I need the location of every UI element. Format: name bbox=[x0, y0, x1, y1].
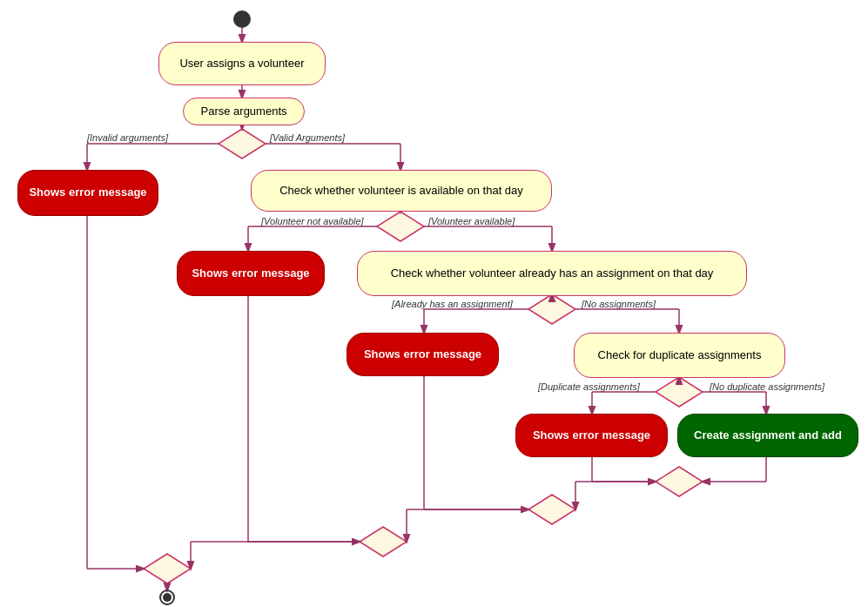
label-nodup: [No duplicate assignments] bbox=[709, 381, 825, 392]
check-dupday-node: Check whether volunteer already has an a… bbox=[357, 251, 747, 296]
error2-node: Shows error message bbox=[177, 251, 325, 296]
label-invalid: [Invalid arguments] bbox=[86, 132, 169, 143]
check-dupday-label: Check whether volunteer already has an a… bbox=[391, 266, 714, 281]
error2-label: Shows error message bbox=[192, 266, 309, 281]
diamond-parse bbox=[219, 129, 266, 158]
diamond-merge4 bbox=[144, 554, 191, 583]
error3-node: Shows error message bbox=[347, 333, 499, 376]
check-available-node: Check whether volunteer is available on … bbox=[251, 170, 552, 212]
check-available-label: Check whether volunteer is available on … bbox=[279, 184, 523, 199]
label-not-avail: [Volunteer not available] bbox=[260, 216, 365, 226]
label-noassign: [No assignments] bbox=[581, 299, 656, 309]
diamond-merge2 bbox=[528, 495, 575, 524]
parse-args-node: Parse arguments bbox=[183, 98, 305, 125]
user-assigns-label: User assigns a volunteer bbox=[179, 57, 304, 71]
error4-node: Shows error message bbox=[515, 414, 668, 457]
check-dupassign-label: Check for duplicate assignments bbox=[598, 348, 762, 363]
diamond-dupassign bbox=[656, 377, 703, 407]
error4-label: Shows error message bbox=[533, 428, 650, 443]
label-valid: [Valid Arguments] bbox=[269, 132, 346, 143]
create-assign-label: Create assignment and add bbox=[694, 428, 842, 443]
create-assign-node: Create assignment and add bbox=[677, 414, 858, 457]
parse-args-label: Parse arguments bbox=[201, 105, 287, 119]
error1-label: Shows error message bbox=[29, 185, 146, 200]
check-dupassign-node: Check for duplicate assignments bbox=[574, 333, 785, 378]
label-avail: [Volunteer available] bbox=[427, 216, 515, 226]
user-assigns-node: User assigns a volunteer bbox=[158, 42, 326, 85]
diamond-available bbox=[377, 212, 424, 241]
end-inner bbox=[163, 593, 172, 602]
label-dup: [Duplicate assignments] bbox=[537, 381, 641, 392]
label-already: [Already has an assignment] bbox=[391, 299, 514, 309]
diamond-dupday bbox=[528, 294, 575, 324]
error1-node: Shows error message bbox=[17, 170, 158, 216]
start-node bbox=[233, 10, 251, 28]
error3-label: Shows error message bbox=[364, 347, 481, 362]
diamond-merge1 bbox=[656, 467, 703, 496]
diamond-merge3 bbox=[360, 527, 407, 556]
